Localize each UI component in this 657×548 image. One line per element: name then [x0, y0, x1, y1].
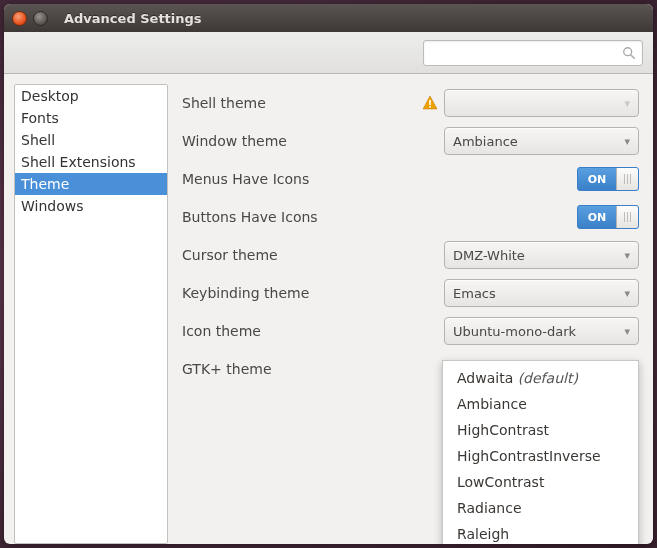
sidebar-item-shell-extensions[interactable]: Shell Extensions	[15, 151, 167, 173]
label-buttons-have-icons: Buttons Have Icons	[182, 209, 577, 225]
gtk-theme-option[interactable]: Ambiance	[443, 391, 638, 417]
minimize-icon[interactable]	[33, 11, 48, 26]
sidebar-item-desktop[interactable]: Desktop	[15, 85, 167, 107]
combo-shell-theme[interactable]: ▾	[444, 89, 639, 117]
gtk-theme-option[interactable]: HighContrastInverse	[443, 443, 638, 469]
row-menus-have-icons: Menus Have Icons ON	[182, 160, 639, 198]
row-buttons-have-icons: Buttons Have Icons ON	[182, 198, 639, 236]
row-cursor-theme: Cursor theme DMZ-White ▾	[182, 236, 639, 274]
toggle-knob	[616, 168, 638, 190]
label-shell-theme: Shell theme	[182, 95, 422, 111]
label-menus-have-icons: Menus Have Icons	[182, 171, 577, 187]
search-input[interactable]	[423, 40, 643, 66]
svg-line-1	[631, 55, 634, 58]
row-shell-theme: Shell theme ▾	[182, 84, 639, 122]
chevron-down-icon: ▾	[624, 135, 630, 148]
label-keybinding-theme: Keybinding theme	[182, 285, 444, 301]
gtk-theme-option[interactable]: Adwaita (default)	[443, 365, 638, 391]
svg-rect-3	[429, 106, 431, 108]
search-icon	[622, 46, 636, 60]
gtk-theme-option[interactable]: LowContrast	[443, 469, 638, 495]
sidebar-item-shell[interactable]: Shell	[15, 129, 167, 151]
toolbar	[4, 32, 653, 74]
svg-point-0	[624, 47, 632, 55]
gtk-theme-option[interactable]: Radiance	[443, 495, 638, 521]
svg-rect-2	[429, 100, 431, 105]
row-window-theme: Window theme Ambiance ▾	[182, 122, 639, 160]
row-icon-theme: Icon theme Ubuntu-mono-dark ▾	[182, 312, 639, 350]
content-area: Desktop Fonts Shell Shell Extensions The…	[4, 74, 653, 544]
close-icon[interactable]	[12, 11, 27, 26]
combo-keybinding-theme[interactable]: Emacs ▾	[444, 279, 639, 307]
sidebar-item-fonts[interactable]: Fonts	[15, 107, 167, 129]
warning-icon	[422, 95, 438, 111]
chevron-down-icon: ▾	[624, 97, 630, 110]
combo-icon-theme[interactable]: Ubuntu-mono-dark ▾	[444, 317, 639, 345]
toggle-menus-have-icons[interactable]: ON	[577, 167, 639, 191]
main-panel: Shell theme ▾ Window theme Ambiance ▾ Me…	[178, 84, 643, 544]
chevron-down-icon: ▾	[624, 325, 630, 338]
window-title: Advanced Settings	[64, 11, 202, 26]
combo-cursor-theme[interactable]: DMZ-White ▾	[444, 241, 639, 269]
gtk-theme-dropdown[interactable]: Adwaita (default)AmbianceHighContrastHig…	[442, 360, 639, 544]
row-keybinding-theme: Keybinding theme Emacs ▾	[182, 274, 639, 312]
chevron-down-icon: ▾	[624, 249, 630, 262]
sidebar[interactable]: Desktop Fonts Shell Shell Extensions The…	[14, 84, 168, 544]
gtk-theme-option[interactable]: HighContrast	[443, 417, 638, 443]
settings-window: Advanced Settings Desktop Fonts Shell Sh…	[4, 4, 653, 544]
titlebar[interactable]: Advanced Settings	[4, 4, 653, 32]
search-field[interactable]	[430, 45, 622, 60]
chevron-down-icon: ▾	[624, 287, 630, 300]
toggle-buttons-have-icons[interactable]: ON	[577, 205, 639, 229]
gtk-theme-option[interactable]: Raleigh	[443, 521, 638, 544]
label-cursor-theme: Cursor theme	[182, 247, 444, 263]
label-window-theme: Window theme	[182, 133, 444, 149]
combo-window-theme[interactable]: Ambiance ▾	[444, 127, 639, 155]
sidebar-item-theme[interactable]: Theme	[15, 173, 167, 195]
toggle-knob	[616, 206, 638, 228]
label-icon-theme: Icon theme	[182, 323, 444, 339]
sidebar-item-windows[interactable]: Windows	[15, 195, 167, 217]
